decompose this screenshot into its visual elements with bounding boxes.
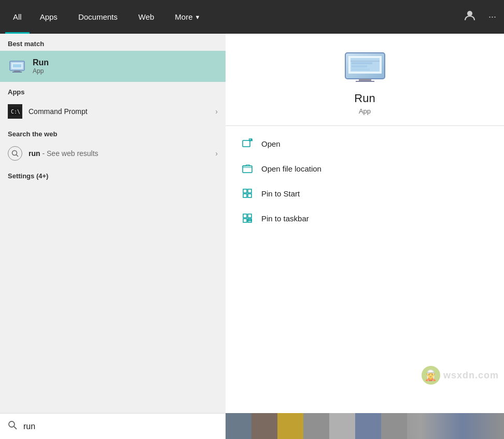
watermark: 🧝 wsxdn.com — [422, 366, 499, 385]
nav-right-icons: ··· — [461, 7, 499, 26]
svg-rect-19 — [243, 140, 250, 147]
svg-rect-15 — [352, 65, 367, 67]
pin-to-taskbar-icon — [241, 212, 254, 224]
web-search-text: run - See web results — [29, 149, 209, 158]
search-web-label: Search the web — [0, 124, 226, 141]
svg-rect-24 — [243, 189, 247, 193]
web-search-highlight: run — [29, 149, 40, 158]
svg-rect-26 — [243, 194, 247, 197]
command-prompt-label: Command Prompt — [29, 107, 209, 116]
svg-point-33 — [9, 421, 15, 427]
left-panel: Best match Run App Apps — [0, 34, 226, 413]
svg-rect-0 — [467, 11, 472, 16]
tab-documents[interactable]: Documents — [68, 0, 128, 34]
app-detail-type: App — [359, 107, 371, 115]
tab-apps-label: Apps — [40, 12, 58, 21]
web-search-chevron: › — [215, 149, 218, 158]
action-open-file-location[interactable]: Open file location — [226, 156, 504, 181]
app-detail-name: Run — [354, 92, 375, 105]
tab-all[interactable]: All — [5, 0, 30, 34]
tab-web-label: Web — [138, 12, 155, 21]
command-prompt-icon: C:\ — [8, 104, 22, 119]
tab-all-label: All — [13, 12, 22, 21]
web-search-suffix: - See web results — [40, 149, 99, 158]
search-web-icon — [8, 146, 22, 161]
svg-rect-18 — [356, 81, 374, 82]
tab-more-label: More — [175, 12, 192, 21]
top-nav: All Apps Documents Web More ▼ ··· — [0, 0, 504, 34]
best-match-label: Best match — [0, 34, 226, 51]
watermark-icon: 🧝 — [422, 366, 440, 385]
ellipsis-icon: ··· — [488, 11, 496, 22]
person-icon-btn[interactable] — [461, 7, 478, 26]
pin-to-start-icon — [241, 187, 254, 200]
svg-text:C:\: C:\ — [11, 109, 20, 115]
best-match-title: Run — [33, 58, 49, 67]
command-prompt-item[interactable]: C:\ Command Prompt › — [0, 99, 226, 124]
svg-rect-25 — [248, 189, 251, 193]
right-panel: Run App Open — [226, 34, 504, 413]
action-pin-to-start[interactable]: Pin to Start — [226, 181, 504, 206]
tab-apps[interactable]: Apps — [30, 0, 68, 34]
svg-rect-30 — [243, 219, 247, 222]
search-input[interactable] — [23, 422, 218, 431]
tab-web[interactable]: Web — [128, 0, 165, 34]
svg-rect-16 — [352, 68, 370, 70]
best-match-text: Run App — [33, 58, 49, 75]
ellipsis-icon-btn[interactable]: ··· — [486, 9, 499, 25]
action-pin-to-taskbar[interactable]: Pin to taskbar — [226, 206, 504, 231]
action-open-file-location-label: Open file location — [261, 164, 321, 173]
svg-rect-23 — [243, 166, 252, 173]
svg-point-8 — [12, 151, 17, 155]
svg-rect-4 — [14, 70, 20, 72]
tab-more[interactable]: More ▼ — [164, 0, 211, 34]
open-file-location-icon — [241, 162, 254, 175]
svg-rect-27 — [248, 194, 251, 197]
svg-rect-17 — [359, 79, 371, 81]
svg-rect-3 — [13, 64, 21, 67]
svg-rect-29 — [248, 214, 251, 218]
action-open[interactable]: Open — [226, 131, 504, 156]
apps-label: Apps — [0, 82, 226, 99]
search-bar-icon — [8, 420, 17, 432]
web-search-item[interactable]: run - See web results › — [0, 141, 226, 166]
tab-documents-label: Documents — [78, 12, 118, 21]
search-bar — [0, 413, 226, 439]
watermark-text: wsxdn.com — [443, 370, 499, 381]
action-open-label: Open — [261, 139, 281, 148]
main-content: Best match Run App Apps — [0, 34, 504, 413]
svg-rect-5 — [12, 72, 22, 73]
taskbar-area — [226, 413, 504, 439]
svg-rect-14 — [352, 62, 372, 64]
more-dropdown-arrow: ▼ — [195, 14, 201, 20]
command-prompt-chevron: › — [215, 107, 218, 116]
action-pin-to-taskbar-label: Pin to taskbar — [261, 214, 309, 223]
action-list: Open Open file location — [226, 126, 504, 236]
svg-line-9 — [17, 155, 19, 157]
app-large-icon — [342, 49, 388, 86]
best-match-item[interactable]: Run App — [0, 51, 226, 82]
app-detail-header: Run App — [226, 34, 504, 126]
svg-line-34 — [14, 427, 17, 429]
action-pin-to-start-label: Pin to Start — [261, 189, 300, 198]
run-app-icon — [8, 57, 26, 76]
svg-rect-31 — [248, 220, 251, 221]
open-icon — [241, 137, 254, 150]
svg-rect-28 — [243, 214, 247, 218]
best-match-subtitle: App — [33, 67, 49, 75]
settings-label: Settings (4+) — [0, 166, 226, 183]
